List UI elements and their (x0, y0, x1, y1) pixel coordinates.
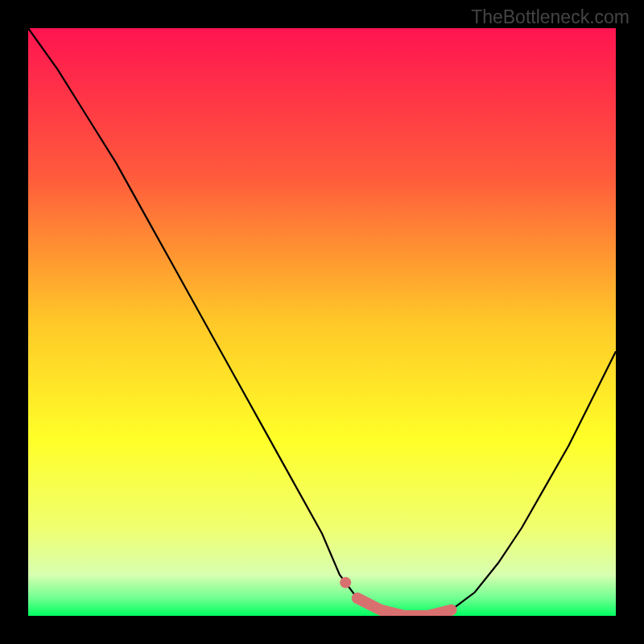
chart-area (28, 28, 616, 616)
bottleneck-curve (28, 28, 616, 616)
watermark-text: TheBottleneck.com (471, 6, 630, 28)
